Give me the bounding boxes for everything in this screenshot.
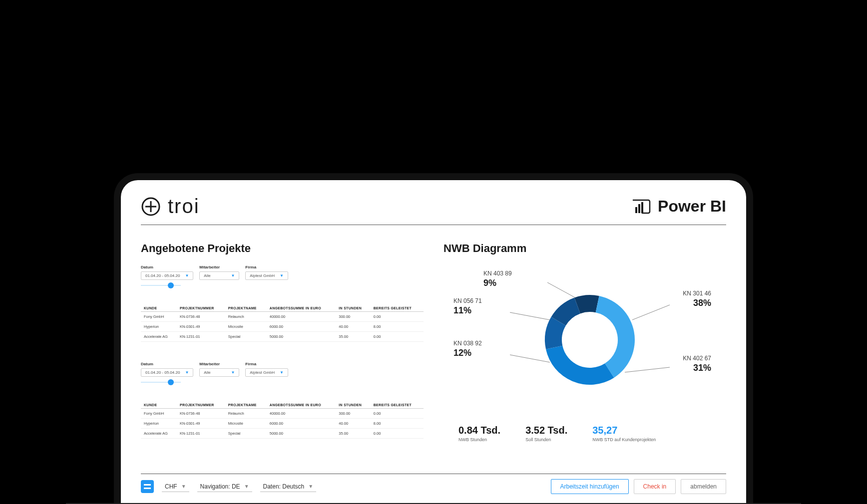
- svg-rect-7: [144, 488, 151, 489]
- chevron-down-icon: ▼: [231, 370, 235, 375]
- chevron-down-icon: ▼: [185, 273, 189, 278]
- employee-select[interactable]: Alle▼: [199, 271, 239, 280]
- header: troi Power BI: [141, 195, 726, 225]
- column-header: IN STUNDEN: [336, 305, 370, 312]
- table-cell: 5000.00: [267, 332, 336, 342]
- table-cell: 0.00: [371, 332, 424, 342]
- table-cell: 0.00: [371, 429, 424, 439]
- table-cell: Special: [225, 429, 267, 439]
- svg-rect-3: [635, 207, 637, 213]
- checkin-button[interactable]: Check in: [634, 479, 676, 494]
- table-cell: 300.00: [336, 409, 370, 419]
- table-cell: Fony GmbH: [141, 312, 177, 322]
- section-title-diagram: NWB Diagramm: [443, 242, 726, 255]
- date-select[interactable]: 01.04.20 - 05.04.20▼: [141, 271, 193, 280]
- table-cell: Accelerate AG: [141, 429, 177, 439]
- donut-chart: KN 403 89 9% KN 301 46 38% KN 402 67 31%…: [443, 265, 726, 415]
- logo-powerbi-text: Power BI: [658, 197, 726, 216]
- table-row[interactable]: HyperionKN-0301-49Microsite6000.0040.008…: [141, 419, 424, 429]
- chevron-down-icon: ▼: [244, 484, 249, 489]
- left-column: Angebotene Projekte Datum 01.04.20 - 05.…: [141, 242, 424, 459]
- chart-callout: KN 402 67 31%: [683, 355, 711, 373]
- filter-label: Mitarbeiter: [199, 265, 239, 269]
- logo-troi-text: troi: [168, 195, 200, 218]
- donut-slice[interactable]: [546, 346, 614, 385]
- app-tile-icon[interactable]: [141, 480, 154, 493]
- table-cell: 40.00: [336, 419, 370, 429]
- logout-button[interactable]: abmelden: [681, 479, 726, 494]
- metric: 3.52 Tsd. Soll Stunden: [525, 425, 567, 442]
- table-cell: 8.00: [371, 322, 424, 332]
- date-slider[interactable]: [141, 285, 193, 286]
- date-select[interactable]: 01.04.20 - 05.04.20▼: [141, 368, 193, 377]
- nav-lang-select[interactable]: Navigation: DE▼: [197, 482, 252, 492]
- data-lang-select[interactable]: Daten: Deutsch▼: [260, 482, 317, 492]
- table-row[interactable]: Accelerate AGKN-1231-01Special5000.0035.…: [141, 429, 424, 439]
- callout-line: [510, 355, 550, 362]
- table-row[interactable]: Fony GmbHKN-0736-48Relaunch40000.00300.0…: [141, 409, 424, 419]
- date-slider[interactable]: [141, 382, 193, 383]
- column-header: PROJEKTNAME: [225, 305, 267, 312]
- column-header: ANGEBOTSSUMME IN EURO: [267, 402, 336, 409]
- company-select[interactable]: Alptest GmbH▼: [245, 368, 288, 377]
- table-row[interactable]: Accelerate AGKN-1231-01Special5000.0035.…: [141, 332, 424, 342]
- column-header: PROJEKTNAME: [225, 402, 267, 409]
- chart-callout: KN 056 71 11%: [453, 297, 482, 316]
- column-header: KUNDE: [141, 305, 177, 312]
- table-row[interactable]: Fony GmbHKN-0736-48Relaunch40000.00300.0…: [141, 312, 424, 322]
- table-cell: 40000.00: [267, 312, 336, 322]
- filter-row: Datum 01.04.20 - 05.04.20▼ Mitarbeiter A…: [141, 362, 424, 392]
- chart-callout: KN 403 89 9%: [483, 270, 512, 288]
- footer: CHF▼ Navigation: DE▼ Daten: Deutsch▼ Arb…: [141, 474, 726, 504]
- chevron-down-icon: ▼: [185, 370, 189, 375]
- svg-rect-5: [641, 202, 643, 213]
- table-cell: 5000.00: [267, 429, 336, 439]
- chevron-down-icon: ▼: [280, 370, 284, 375]
- svg-rect-4: [638, 204, 640, 213]
- table-cell: 300.00: [336, 312, 370, 322]
- table-cell: 0.00: [371, 312, 424, 322]
- callout-line: [547, 282, 575, 297]
- table-cell: 0.00: [371, 409, 424, 419]
- table-cell: Hyperion: [141, 419, 177, 429]
- filter-label: Mitarbeiter: [199, 362, 239, 366]
- column-header: KUNDE: [141, 402, 177, 409]
- table-cell: KN-0301-49: [177, 322, 225, 332]
- chart-callout: KN 038 92 12%: [453, 340, 482, 358]
- callout-line: [510, 312, 550, 320]
- app-window: troi Power BI Angebotene Projekte Datum …: [114, 173, 753, 504]
- main-content: Angebotene Projekte Datum 01.04.20 - 05.…: [141, 225, 726, 474]
- table-cell: Fony GmbH: [141, 409, 177, 419]
- svg-rect-6: [144, 484, 151, 486]
- metric: 0.84 Tsd. NWB Stunden: [458, 425, 500, 442]
- table-cell: 35.00: [336, 332, 370, 342]
- column-header: PROJEKTNUMMER: [177, 305, 225, 312]
- table-cell: Microsite: [225, 419, 267, 429]
- column-header: IN STUNDEN: [336, 402, 370, 409]
- table-cell: KN-1231-01: [177, 332, 225, 342]
- filter-label: Firma: [245, 362, 288, 366]
- add-worktime-button[interactable]: Arbeitszeit hinzufügen: [551, 479, 629, 494]
- callout-line: [625, 367, 670, 372]
- table-cell: Microsite: [225, 322, 267, 332]
- table-cell: Special: [225, 332, 267, 342]
- filter-row: Datum 01.04.20 - 05.04.20▼ Mitarbeiter A…: [141, 265, 424, 295]
- employee-select[interactable]: Alle▼: [199, 368, 239, 377]
- filter-label: Datum: [141, 265, 193, 269]
- callout-line: [632, 305, 670, 320]
- projects-table: KUNDEPROJEKTNUMMERPROJEKTNAMEANGEBOTSSUM…: [141, 305, 424, 342]
- column-header: ANGEBOTSSUMME IN EURO: [267, 305, 336, 312]
- table-cell: 40000.00: [267, 409, 336, 419]
- metric: 35,27 NWB STD auf Kundenprojekten: [592, 425, 656, 442]
- table-row[interactable]: HyperionKN-0301-49Microsite6000.0040.008…: [141, 322, 424, 332]
- footer-left: CHF▼ Navigation: DE▼ Daten: Deutsch▼: [141, 480, 316, 493]
- table-cell: Relaunch: [225, 312, 267, 322]
- filter-label: Firma: [245, 265, 288, 269]
- table-cell: 8.00: [371, 419, 424, 429]
- table-cell: 35.00: [336, 429, 370, 439]
- table-cell: KN-0736-48: [177, 409, 225, 419]
- company-select[interactable]: Alptest GmbH▼: [245, 271, 288, 280]
- currency-select[interactable]: CHF▼: [162, 482, 189, 492]
- chevron-down-icon: ▼: [308, 484, 313, 489]
- chevron-down-icon: ▼: [181, 484, 186, 489]
